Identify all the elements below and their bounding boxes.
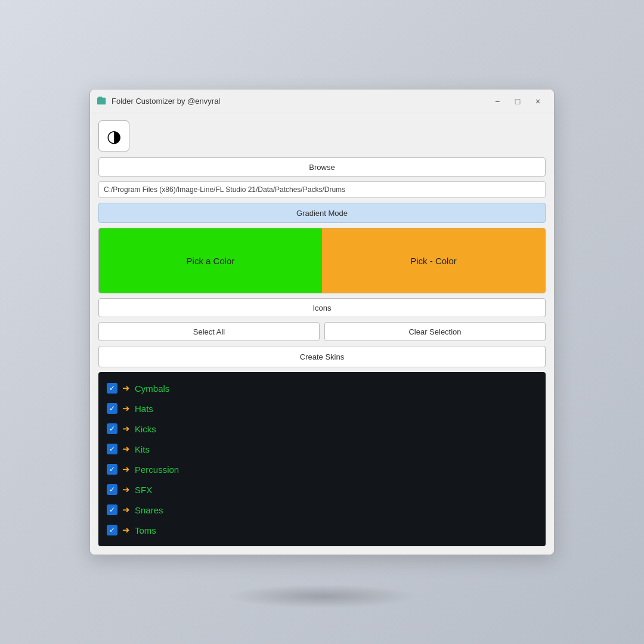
window-controls: − □ × xyxy=(488,93,547,110)
path-bar: C:/Program Files (x86)/Image-Line/FL Stu… xyxy=(98,181,546,198)
file-name-label: Kits xyxy=(135,444,150,454)
arrow-right-icon: ➜ xyxy=(122,484,130,495)
app-window: Folder Customizer by @envyral − □ × ◑ Br… xyxy=(89,89,555,555)
half-circle-icon: ◑ xyxy=(107,126,121,146)
arrow-right-icon: ➜ xyxy=(122,444,130,454)
app-content: ◑ Browse C:/Program Files (x86)/Image-Li… xyxy=(90,113,554,555)
file-name-label: SFX xyxy=(135,485,152,495)
list-item[interactable]: ✓➜Hats xyxy=(107,398,537,419)
arrow-right-icon: ➜ xyxy=(122,423,130,434)
close-button[interactable]: × xyxy=(529,93,547,110)
clear-selection-button[interactable]: Clear Selection xyxy=(324,322,546,341)
app-icon: ◑ xyxy=(98,120,129,151)
minimize-button[interactable]: − xyxy=(488,93,506,110)
create-skins-button[interactable]: Create Skins xyxy=(98,346,546,367)
selection-controls: Select All Clear Selection xyxy=(98,322,546,341)
arrow-right-icon: ➜ xyxy=(122,464,130,475)
browse-button[interactable]: Browse xyxy=(98,157,546,177)
select-all-button[interactable]: Select All xyxy=(98,322,320,341)
list-item[interactable]: ✓➜Kits xyxy=(107,439,537,459)
arrow-right-icon: ➜ xyxy=(122,403,130,414)
file-name-label: Snares xyxy=(135,505,163,515)
pick-color-right-button[interactable]: Pick - Color xyxy=(322,228,545,293)
checkbox-icon: ✓ xyxy=(107,444,117,454)
arrow-right-icon: ➜ xyxy=(122,504,130,515)
checkbox-icon: ✓ xyxy=(107,525,117,535)
checkbox-icon: ✓ xyxy=(107,403,117,414)
list-item[interactable]: ✓➜SFX xyxy=(107,479,537,500)
checkbox-icon: ✓ xyxy=(107,484,117,495)
icons-button[interactable]: Icons xyxy=(98,298,546,317)
file-list: ✓➜Cymbals✓➜Hats✓➜Kicks✓➜Kits✓➜Percussion… xyxy=(98,372,546,546)
list-item[interactable]: ✓➜Kicks xyxy=(107,419,537,439)
svg-rect-1 xyxy=(98,97,102,99)
file-name-label: Kicks xyxy=(135,424,156,434)
window-title: Folder Customizer by @envyral xyxy=(112,97,488,106)
maximize-button[interactable]: □ xyxy=(509,93,527,110)
pick-color-left-button[interactable]: Pick a Color xyxy=(99,228,322,293)
file-name-label: Percussion xyxy=(135,465,179,475)
checkbox-icon: ✓ xyxy=(107,504,117,515)
arrow-right-icon: ➜ xyxy=(122,383,130,394)
titlebar: Folder Customizer by @envyral − □ × xyxy=(90,89,554,113)
file-name-label: Hats xyxy=(135,404,153,414)
checkbox-icon: ✓ xyxy=(107,423,117,434)
checkbox-icon: ✓ xyxy=(107,383,117,394)
gradient-mode-button[interactable]: Gradient Mode xyxy=(98,203,546,223)
arrow-right-icon: ➜ xyxy=(122,525,130,535)
path-value: C:/Program Files (x86)/Image-Line/FL Stu… xyxy=(104,185,345,194)
list-item[interactable]: ✓➜Toms xyxy=(107,520,537,540)
file-name-label: Toms xyxy=(135,525,156,535)
list-item[interactable]: ✓➜Snares xyxy=(107,500,537,520)
list-item[interactable]: ✓➜Cymbals xyxy=(107,378,537,398)
file-name-label: Cymbals xyxy=(135,383,169,394)
list-item[interactable]: ✓➜Percussion xyxy=(107,459,537,479)
checkbox-icon: ✓ xyxy=(107,464,117,475)
app-icon-area: ◑ xyxy=(98,120,546,151)
color-picker-container: Pick a Color Pick - Color xyxy=(98,228,546,293)
titlebar-app-icon xyxy=(97,97,107,106)
